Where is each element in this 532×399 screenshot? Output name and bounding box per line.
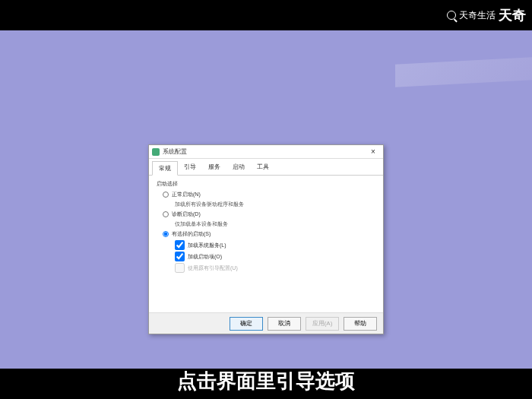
radio-diag-input[interactable]	[163, 211, 169, 217]
help-button[interactable]: 帮助	[344, 317, 377, 331]
radio-diag[interactable]: 诊断启动(D)	[163, 211, 375, 218]
desktop-decor	[395, 57, 532, 87]
subtitle-text: 点击界面里引导选项	[177, 368, 355, 394]
chk-load-services-label: 加载系统服务(L)	[188, 242, 226, 249]
tab-tools[interactable]: 工具	[251, 160, 275, 175]
tab-strip: 常规 引导 服务 启动 工具	[149, 159, 383, 176]
dialog-footer: 确定 取消 应用(A) 帮助	[149, 312, 383, 334]
app-icon	[152, 148, 160, 156]
radio-normal-input[interactable]	[163, 192, 169, 198]
tab-content: 启动选择 正常启动(N) 加载所有设备驱动程序和服务 诊断启动(D) 仅加载基本…	[149, 176, 383, 312]
tab-general[interactable]: 常规	[152, 161, 178, 176]
watermark-brand: 天奇生活	[459, 9, 496, 22]
close-button[interactable]: ×	[366, 147, 380, 156]
cancel-button[interactable]: 取消	[268, 317, 301, 331]
titlebar: 系统配置 ×	[149, 145, 383, 159]
chk-use-original: 使用原有引导配置(U)	[175, 263, 375, 273]
radio-normal[interactable]: 正常启动(N)	[163, 191, 375, 198]
radio-select-input[interactable]	[163, 231, 169, 237]
radio-normal-label: 正常启动(N)	[172, 191, 375, 198]
ok-button[interactable]: 确定	[230, 317, 263, 331]
tab-boot[interactable]: 引导	[178, 160, 202, 175]
apply-button: 应用(A)	[306, 317, 339, 331]
radio-diag-label: 诊断启动(D)	[172, 211, 375, 218]
watermark-brand-big: 天奇	[499, 6, 526, 24]
tab-startup[interactable]: 启动	[226, 160, 251, 175]
chk-use-original-input	[175, 263, 185, 273]
chk-load-services-input[interactable]	[175, 240, 185, 250]
radio-select-label: 有选择的启动(S)	[172, 230, 375, 238]
chk-load-startup-label: 加载启动项(O)	[188, 253, 222, 261]
desktop-background: 系统配置 × 常规 引导 服务 启动 工具 启动选择 正常启动(N) 加载所有设…	[0, 30, 532, 369]
radio-select[interactable]: 有选择的启动(S)	[163, 230, 375, 238]
tab-services[interactable]: 服务	[202, 160, 226, 175]
chk-load-services[interactable]: 加载系统服务(L)	[175, 240, 375, 250]
system-config-dialog: 系统配置 × 常规 引导 服务 启动 工具 启动选择 正常启动(N) 加载所有设…	[148, 144, 384, 334]
chk-use-original-label: 使用原有引导配置(U)	[188, 264, 238, 272]
group-title: 启动选择	[157, 180, 375, 188]
radio-diag-desc: 仅加载基本设备和服务	[175, 220, 375, 228]
chk-load-startup[interactable]: 加载启动项(O)	[175, 252, 375, 261]
chk-load-startup-input[interactable]	[175, 252, 185, 261]
search-icon	[447, 11, 456, 20]
dialog-title: 系统配置	[163, 147, 366, 156]
radio-normal-desc: 加载所有设备驱动程序和服务	[175, 201, 375, 208]
watermark: 天奇生活 天奇	[447, 6, 526, 24]
